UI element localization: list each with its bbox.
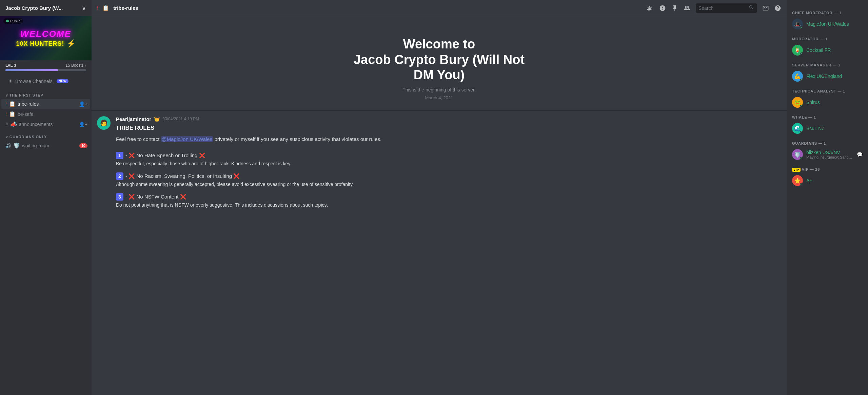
member-name-flex: Flex UK/England [806, 74, 863, 79]
member-info-scul: ScuL NZ [806, 126, 863, 131]
member-info-af: AF [806, 178, 863, 183]
channel-name-announcements: announcements [19, 122, 77, 127]
member-name-scul: ScuL NZ [806, 126, 863, 131]
member-scul[interactable]: 🌊 ScuL NZ [789, 121, 865, 136]
rule-1-text: - ❌ No Hate Speech or Trolling ❌ [125, 151, 205, 160]
hash-icon: # [5, 122, 8, 127]
member-status-blizken: Playing Insurgency: Sands... [806, 155, 853, 159]
boost-progress-fill [5, 69, 58, 71]
rule-number-3: 3 [116, 193, 123, 201]
header-channel-emoji: 📋 [102, 5, 109, 11]
pin-button[interactable] [671, 5, 678, 12]
status-online-af [800, 183, 803, 186]
server-header[interactable]: Jacob Crypto Bury (W... ∨ [0, 0, 92, 16]
search-bar[interactable]: Search [696, 3, 757, 13]
member-magicjon[interactable]: 🎩 MagicJon UK/Wales [789, 17, 865, 32]
category-label: THE FIRST STEP [9, 93, 43, 97]
hash-button[interactable] [647, 5, 654, 12]
server-name: Jacob Crypto Bury (W... [5, 5, 63, 11]
level-badge: LVL 3 [5, 63, 16, 68]
member-info-blizken: blizken USA/NV Playing Insurgency: Sands… [806, 150, 853, 159]
member-name-blizken: blizken USA/NV [806, 150, 853, 155]
channel-alert-icon: ! [5, 102, 7, 106]
member-af[interactable]: ⭐ AF [789, 173, 865, 188]
role-server-manager: SERVER MANAGER — 1 [789, 60, 865, 68]
banner-subtitle-text: 10X HUNTERS! [16, 40, 64, 47]
channel-announcements[interactable]: # 📣 announcements 👤+ [1, 119, 90, 129]
channel-waiting-room[interactable]: 🔊 🛡️ waiting-room 10 [1, 141, 90, 150]
channel-list: ∨ THE FIRST STEP ! 📋 tribe-rules 👤+ ! 📋 … [0, 88, 92, 395]
status-online-shirus [800, 105, 803, 108]
channel-emoji-icon-3: 📣 [10, 121, 17, 127]
vip-icon: VIP [792, 168, 801, 172]
rule-3: 3 - ❌ No NSFW Content ❌ Do not post anyt… [116, 193, 781, 209]
role-technical-analyst: TECHNICAL ANALYST — 1 [789, 86, 865, 95]
welcome-description: This is the beginning of this server. [105, 87, 773, 92]
new-badge: NEW [57, 79, 68, 83]
chevron-down-icon: ∨ [82, 4, 86, 12]
banner-welcome-text: WELCOME [20, 29, 71, 39]
role-moderator: MODERATOR — 1 [789, 34, 865, 42]
member-cocktail[interactable]: 🍹 Cocktail FR [789, 43, 865, 58]
rule-2: 2 - ❌ No Racism, Swearing, Politics, or … [116, 172, 781, 188]
browse-channels-label: Browse Channels [15, 79, 53, 84]
inbox-button[interactable] [762, 5, 769, 12]
message-intro: Feel free to contact @MagicJon UK/Wales … [116, 135, 781, 143]
member-blizken[interactable]: 🛡️ blizken USA/NV Playing Insurgency: Sa… [789, 147, 865, 162]
category-guardians-only[interactable]: ∨ GUARDIANS ONLY [0, 129, 92, 140]
crown-icon: 👑 [154, 116, 160, 122]
member-shirus[interactable]: 🐸 Shirus [789, 95, 865, 110]
status-online-cocktail [800, 53, 803, 56]
add-user-icon: 👤+ [79, 101, 87, 107]
message-author: Pearljaminator [116, 116, 151, 122]
header-actions: Search [647, 3, 781, 13]
category-first-step[interactable]: ∨ THE FIRST STEP [0, 88, 92, 99]
boost-progress-background [5, 69, 86, 71]
rule-3-desc: Do not post anything that is NSFW or ove… [116, 202, 781, 209]
boost-chevron-icon: › [85, 64, 86, 67]
member-avatar-af: ⭐ [792, 175, 803, 186]
message-group: 🧑 Pearljaminator 👑 03/04/2021 4:19 PM TR… [92, 111, 787, 215]
channel-alert-icon-2: ! [5, 112, 7, 117]
channel-name-be-safe: be-safe [18, 111, 87, 117]
member-avatar-cocktail: 🍹 [792, 45, 803, 56]
channel-emoji-icon-2: 📋 [9, 111, 16, 117]
lightning-icon: ⚡ [66, 39, 76, 48]
member-flex[interactable]: 💪 Flex UK/England [789, 69, 865, 84]
welcome-title: Welcome to Jacob Crypto Bury (Will Not D… [105, 37, 773, 83]
message-avatar: 🧑 [97, 116, 111, 130]
role-chief-moderator: CHIEF MODERATOR — 1 [789, 8, 865, 16]
channel-tribe-rules[interactable]: ! 📋 tribe-rules 👤+ [1, 99, 90, 109]
rule-3-text: - ❌ No NSFW Content ❌ [125, 193, 186, 201]
channel-be-safe[interactable]: ! 📋 be-safe [1, 109, 90, 119]
add-member-icon: 👤+ [79, 122, 87, 127]
channel-name-tribe-rules: tribe-rules [18, 101, 77, 107]
member-name-magicjon: MagicJon UK/Wales [806, 21, 863, 27]
members-button[interactable] [684, 5, 690, 12]
message-content: TRIBE RULES Feel free to contact @MagicJ… [116, 123, 781, 209]
help-button[interactable] [774, 5, 781, 12]
message-timestamp: 03/04/2021 4:19 PM [162, 117, 199, 121]
mention-tag: @MagicJon UK/Wales [161, 136, 213, 142]
category-arrow-icon: ∨ [5, 93, 8, 97]
role-vip: VIP VIP — 26 [789, 165, 865, 173]
member-avatar-magicjon: 🎩 [792, 19, 803, 29]
browse-channels-button[interactable]: ✦ Browse Channels NEW [3, 75, 89, 87]
messages-area: Welcome to Jacob Crypto Bury (Will Not D… [92, 16, 787, 395]
rule-1: 1 - ❌ No Hate Speech or Trolling ❌ Be re… [116, 151, 781, 167]
member-name-af: AF [806, 178, 863, 183]
member-avatar-blizken: 🛡️ [792, 149, 803, 160]
member-info-cocktail: Cocktail FR [806, 47, 863, 53]
header-alert-icon: ! [97, 5, 98, 11]
message-header: Pearljaminator 👑 03/04/2021 4:19 PM [116, 116, 781, 122]
member-avatar-flex: 💪 [792, 71, 803, 82]
category-guardians-label: GUARDIANS ONLY [9, 135, 47, 139]
rule-2-text: - ❌ No Racism, Swearing, Politics, or In… [125, 172, 240, 180]
status-online-blizken [800, 157, 803, 160]
mute-button[interactable] [659, 5, 666, 12]
server-banner: Public WELCOME 10X HUNTERS! ⚡ [0, 16, 92, 60]
boost-bar: LVL 3 15 Boosts › [0, 60, 92, 75]
role-whale: WHALE — 1 [789, 112, 865, 121]
status-online-scul [800, 131, 803, 134]
member-avatar-shirus: 🐸 [792, 97, 803, 108]
